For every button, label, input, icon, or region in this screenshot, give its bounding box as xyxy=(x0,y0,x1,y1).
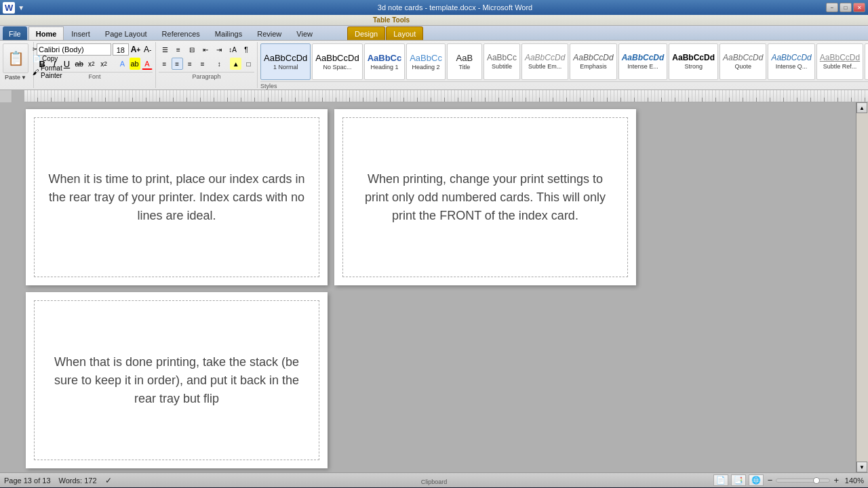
close-button[interactable]: ✕ xyxy=(853,3,865,12)
scroll-down-button[interactable]: ▼ xyxy=(856,462,867,472)
tab-review[interactable]: Review xyxy=(250,26,289,40)
font-group: 18 A+ A- B I U ab x2 x2 A ab A Font xyxy=(34,42,156,88)
align-right-button[interactable]: ≡ xyxy=(184,58,196,70)
zoom-slider[interactable] xyxy=(776,479,830,483)
style-subtle-em[interactable]: AaBbCcDd Subtle Em... xyxy=(521,43,568,80)
show-marks-button[interactable]: ¶ xyxy=(240,43,252,56)
tab-home[interactable]: Home xyxy=(28,26,64,40)
numbering-button[interactable]: ≡ xyxy=(172,43,184,56)
tab-references[interactable]: References xyxy=(155,26,208,40)
scroll-track[interactable] xyxy=(856,113,868,462)
style-quote[interactable]: AaBbCcDd Quote xyxy=(719,43,766,80)
bold-button[interactable]: B xyxy=(37,58,47,70)
font-color-button[interactable]: A xyxy=(142,58,153,70)
style-normal[interactable]: AaBbCcDd 1 Normal xyxy=(260,43,311,80)
paste-label: Paste xyxy=(5,74,20,81)
card-text-3: When that is done printing, take the sta… xyxy=(48,353,305,408)
align-left-button[interactable]: ≡ xyxy=(159,58,170,70)
style-strong[interactable]: AaBbCcDd Strong xyxy=(669,43,718,80)
superscript-button[interactable]: x2 xyxy=(98,58,109,70)
shading-button[interactable]: ▲ xyxy=(230,58,241,70)
text-effects-button[interactable]: A xyxy=(117,58,127,70)
underline-button[interactable]: U xyxy=(61,58,72,70)
style-intense-q[interactable]: AaBbCcDd Intense Q... xyxy=(768,43,814,80)
table-tools-label: Table Tools xyxy=(373,16,410,24)
border-button[interactable]: □ xyxy=(243,58,254,70)
clipboard-label: Clipboard xyxy=(0,479,868,485)
paragraph-group: ☰ ≡ ⊟ ⇤ ⇥ ↕A ¶ ≡ ≡ ≡ ≡ ↕ ▲ □ Paragraph xyxy=(156,42,258,88)
style-no-spacing[interactable]: AaBbCcDd No Spac... xyxy=(312,43,362,80)
word-icon: W xyxy=(3,2,15,14)
align-center-button[interactable]: ≡ xyxy=(172,58,183,70)
card-text-2: When printing, change your print setting… xyxy=(357,170,614,225)
window-title: 3d note cards - template.docx - Microsof… xyxy=(84,3,826,12)
paste-button[interactable]: 📋 xyxy=(3,43,28,73)
card-text-1: When it is time to print, place our inde… xyxy=(48,170,305,225)
strikethrough-button[interactable]: ab xyxy=(74,58,85,70)
styles-label: Styles xyxy=(260,83,277,89)
style-emphasis[interactable]: AaBbCcDd Emphasis xyxy=(570,43,616,80)
card-empty xyxy=(334,292,636,468)
tab-design[interactable]: Design xyxy=(347,26,385,40)
document-area: When it is time to print, place our inde… xyxy=(0,102,868,472)
style-heading2[interactable]: AaBbCc Heading 2 xyxy=(406,43,446,80)
ribbon-content: 📋 Paste ▼ ✂ Cut 📄 Copy 🖌 Format Painter … xyxy=(0,41,868,89)
card-page-1: When it is time to print, place our inde… xyxy=(26,109,328,285)
font-size-input[interactable]: 18 xyxy=(113,43,129,56)
style-heading1[interactable]: AaBbCc Heading 1 xyxy=(364,43,406,80)
minimize-button[interactable]: − xyxy=(826,3,838,12)
scroll-up-button[interactable]: ▲ xyxy=(856,102,867,113)
subscript-button[interactable]: x2 xyxy=(86,58,97,70)
styles-group: AaBbCcDd 1 Normal AaBbCcDd No Spac... Aa… xyxy=(258,42,868,88)
card-page-2: When printing, change your print setting… xyxy=(334,109,636,285)
font-name-input[interactable] xyxy=(37,43,111,56)
clipboard-group: 📋 Paste ▼ ✂ Cut 📄 Copy 🖌 Format Painter … xyxy=(0,42,34,88)
title-bar: W ▼ 3d note cards - template.docx - Micr… xyxy=(0,0,868,15)
bullets-button[interactable]: ☰ xyxy=(159,43,171,56)
font-grow-button[interactable]: A+ xyxy=(130,43,142,56)
paragraph-group-label: Paragraph xyxy=(159,72,254,80)
style-subtle-ref[interactable]: AaBbCcDd Subtle Ref... xyxy=(816,43,863,80)
cards-grid: When it is time to print, place our inde… xyxy=(26,109,636,468)
page-content[interactable]: When it is time to print, place our inde… xyxy=(12,102,856,472)
ribbon-tabs: File Home Insert Page Layout References … xyxy=(0,26,868,41)
italic-button[interactable]: I xyxy=(49,58,60,70)
style-intense-e[interactable]: AaBbCcDd Intense E... xyxy=(618,43,668,80)
card-page-3: When that is done printing, take the sta… xyxy=(26,292,328,468)
line-spacing-button[interactable]: ↕ xyxy=(214,58,225,70)
right-scrollbar[interactable]: ▲ ▼ xyxy=(856,102,868,472)
left-margin xyxy=(0,102,12,472)
tab-insert[interactable]: Insert xyxy=(64,26,98,40)
card-inner-2: When printing, change your print setting… xyxy=(342,117,628,277)
ruler xyxy=(24,90,868,102)
decrease-indent-button[interactable]: ⇤ xyxy=(199,43,212,56)
tab-view[interactable]: View xyxy=(289,26,320,40)
tab-layout[interactable]: Layout xyxy=(386,26,423,40)
justify-button[interactable]: ≡ xyxy=(197,58,208,70)
card-inner-3: When that is done printing, take the sta… xyxy=(34,300,319,460)
card-inner-1: When it is time to print, place our inde… xyxy=(34,117,319,277)
multilevel-button[interactable]: ⊟ xyxy=(186,43,198,56)
restore-button[interactable]: □ xyxy=(840,3,852,12)
ribbon: Table Tools File Home Insert Page Layout… xyxy=(0,15,868,90)
increase-indent-button[interactable]: ⇥ xyxy=(213,43,225,56)
sort-button[interactable]: ↕A xyxy=(226,43,239,56)
style-intense-r[interactable]: AaBbCcDc Intense R... xyxy=(865,43,868,80)
paste-arrow[interactable]: ▼ xyxy=(21,75,26,81)
style-subtitle[interactable]: AaBbCc Subtitle xyxy=(484,43,520,80)
style-title[interactable]: AaB Title xyxy=(447,43,482,80)
highlight-button[interactable]: ab xyxy=(130,58,140,70)
tab-page-layout[interactable]: Page Layout xyxy=(98,26,155,40)
tab-file[interactable]: File xyxy=(3,26,27,40)
font-group-label: Font xyxy=(37,72,153,80)
tab-mailings[interactable]: Mailings xyxy=(208,26,250,40)
font-shrink-button[interactable]: A- xyxy=(142,43,153,56)
